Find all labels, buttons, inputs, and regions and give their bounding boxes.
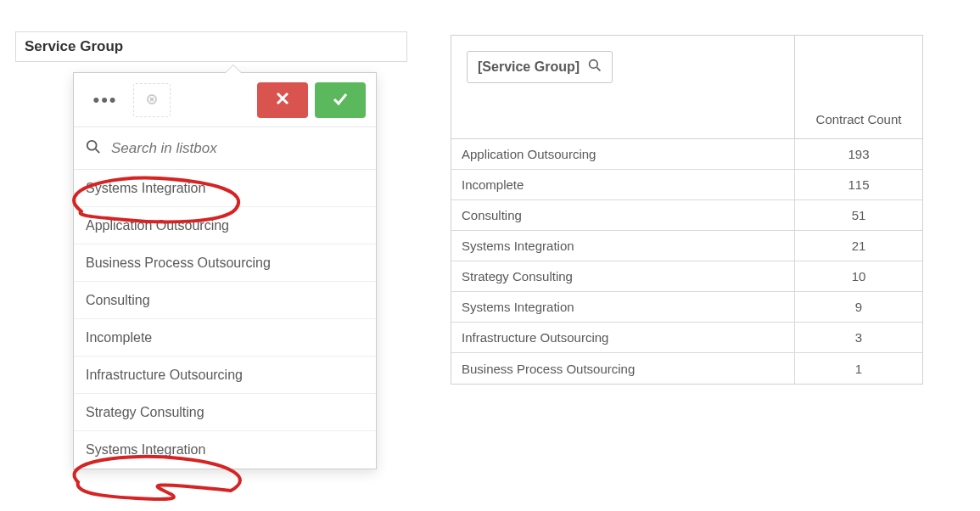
filter-header[interactable]: Service Group	[15, 31, 407, 62]
row-name: Strategy Consulting	[451, 261, 795, 291]
table-row[interactable]: Strategy Consulting 10	[451, 261, 922, 292]
table-row[interactable]: Systems Integration 9	[451, 292, 922, 323]
svg-point-1	[87, 140, 97, 149]
list-item[interactable]: Strategy Consulting	[74, 394, 376, 431]
row-name: Systems Integration	[451, 231, 795, 261]
filter-dropdown: ••• Sy	[73, 72, 377, 469]
row-name: Consulting	[451, 200, 795, 230]
row-count: 193	[795, 139, 922, 169]
dropdown-toolbar: •••	[74, 73, 376, 127]
confirm-button[interactable]	[315, 82, 366, 118]
table-header: [Service Group] Contract Count	[451, 36, 922, 139]
list-item[interactable]: Consulting	[74, 282, 376, 319]
row-count: 10	[795, 261, 922, 291]
list-item-label: Systems Integration	[86, 181, 205, 196]
list-item-label: Incomplete	[86, 330, 152, 345]
row-name: Systems Integration	[451, 292, 795, 322]
listbox: Systems Integration Application Outsourc…	[74, 170, 376, 469]
list-item[interactable]: Application Outsourcing	[74, 207, 376, 244]
search-input[interactable]	[109, 139, 364, 158]
clear-icon	[147, 93, 157, 108]
row-name: Infrastructure Outsourcing	[451, 323, 795, 352]
more-icon: •••	[92, 89, 117, 111]
list-item[interactable]: Systems Integration	[74, 431, 376, 469]
table-row[interactable]: Application Outsourcing 193	[451, 139, 922, 170]
table-body: Application Outsourcing 193 Incomplete 1…	[451, 139, 922, 384]
clear-selection-button[interactable]	[133, 83, 171, 117]
row-count: 21	[795, 231, 922, 261]
table-row[interactable]: Consulting 51	[451, 200, 922, 231]
filter-title: Service Group	[25, 38, 123, 55]
table-row[interactable]: Infrastructure Outsourcing 3	[451, 323, 922, 353]
data-table: [Service Group] Contract Count Applicati…	[451, 35, 923, 385]
row-count: 51	[795, 200, 922, 230]
list-item[interactable]: Systems Integration	[74, 170, 376, 207]
list-item-label: Business Process Outsourcing	[86, 256, 271, 271]
list-item-label: Application Outsourcing	[86, 218, 229, 233]
list-item[interactable]: Incomplete	[74, 319, 376, 357]
measure-header-cell[interactable]: Contract Count	[795, 36, 922, 138]
dimension-header-cell: [Service Group]	[451, 36, 795, 138]
row-count: 9	[795, 292, 922, 322]
row-name: Business Process Outsourcing	[451, 353, 795, 384]
search-icon	[86, 139, 101, 158]
list-item-label: Strategy Consulting	[86, 405, 204, 420]
measure-header-label: Contract Count	[816, 112, 902, 126]
check-icon	[332, 90, 349, 110]
list-item[interactable]: Infrastructure Outsourcing	[74, 357, 376, 394]
list-item-label: Systems Integration	[86, 442, 205, 458]
row-count: 115	[795, 170, 922, 199]
list-item-label: Infrastructure Outsourcing	[86, 368, 243, 383]
cancel-button[interactable]	[257, 82, 308, 118]
list-item[interactable]: Business Process Outsourcing	[74, 244, 376, 282]
row-count: 3	[795, 323, 922, 352]
table-row[interactable]: Business Process Outsourcing 1	[451, 353, 922, 384]
more-button[interactable]: •••	[84, 83, 126, 117]
search-row	[74, 127, 376, 170]
dimension-chip[interactable]: [Service Group]	[467, 51, 613, 83]
close-icon	[274, 90, 291, 110]
table-row[interactable]: Incomplete 115	[451, 170, 922, 200]
dimension-chip-label: [Service Group]	[478, 59, 580, 75]
row-name: Application Outsourcing	[451, 139, 795, 169]
list-item-label: Consulting	[86, 293, 150, 308]
row-name: Incomplete	[451, 170, 795, 199]
table-row[interactable]: Systems Integration 21	[451, 231, 922, 261]
svg-point-2	[590, 60, 598, 69]
row-count: 1	[795, 353, 922, 384]
search-icon	[588, 59, 602, 76]
